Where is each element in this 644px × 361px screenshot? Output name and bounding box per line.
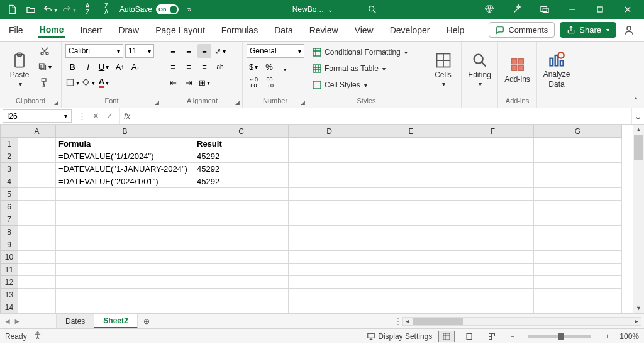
tab-file[interactable]: File [8,23,25,38]
cell-D1[interactable] [289,138,370,150]
tab-page-layout[interactable]: Page Layout [154,23,206,38]
cell-C3[interactable]: 45292 [194,163,289,175]
row-header-9[interactable]: 9 [1,238,18,251]
cell-E10[interactable] [370,251,452,264]
italic-button[interactable]: I [81,60,95,74]
row-header-3[interactable]: 3 [1,163,18,175]
sort-asc-icon[interactable]: AZ [79,0,96,19]
cell-E12[interactable] [370,276,452,289]
cell-D11[interactable] [289,264,370,276]
maximize-button[interactable] [586,0,614,19]
cell-G14[interactable] [534,301,622,314]
new-doc-icon[interactable] [4,0,20,19]
normal-view-button[interactable] [438,331,455,342]
spreadsheet-grid[interactable]: ABCDEFG1FormulaResult2=DATEVALUE("1/1/20… [0,125,644,313]
cell-F12[interactable] [452,276,534,289]
font-dialog-launcher[interactable]: ◢ [155,99,159,106]
cell-D12[interactable] [289,276,370,289]
sheet-nav-arrows[interactable]: ◄ ► [0,314,25,328]
sheet-tab-dates[interactable]: Dates [57,314,94,328]
cell-A3[interactable] [18,163,56,175]
cell-F6[interactable] [452,201,534,213]
cell-C5[interactable] [194,188,289,201]
cell-F11[interactable] [452,264,534,276]
row-header-13[interactable]: 13 [1,289,18,301]
cell-B13[interactable] [56,289,194,301]
increase-indent-button[interactable]: ⇥ [182,75,196,89]
cell-A12[interactable] [18,276,56,289]
collapse-ribbon-button[interactable]: ⌃ [633,96,639,105]
cell-A2[interactable] [18,150,56,163]
display-settings-button[interactable]: Display Settings [367,332,432,341]
border-button[interactable]: ▾ [65,75,79,89]
cell-A11[interactable] [18,264,56,276]
cell-C12[interactable] [194,276,289,289]
font-color-button[interactable]: A▾ [97,75,111,89]
col-header-B[interactable]: B [56,125,194,138]
cell-F10[interactable] [452,251,534,264]
page-layout-view-button[interactable] [461,331,477,342]
cell-G4[interactable] [534,175,622,188]
cell-D8[interactable] [289,226,370,238]
alignment-dialog-launcher[interactable]: ◢ [235,99,240,106]
cell-D14[interactable] [289,301,370,314]
col-header-F[interactable]: F [452,125,534,138]
cell-E11[interactable] [370,264,452,276]
cell-F7[interactable] [452,213,534,226]
cell-B10[interactable] [56,251,194,264]
cell-F4[interactable] [452,175,534,188]
cell-E3[interactable] [370,163,452,175]
tab-draw[interactable]: Draw [117,23,140,38]
tab-insert[interactable]: Insert [79,23,103,38]
wand-icon[interactable] [503,0,531,19]
cell-A10[interactable] [18,251,56,264]
cell-C11[interactable] [194,264,289,276]
cell-E8[interactable] [370,226,452,238]
align-middle-button[interactable]: ≡ [182,44,196,58]
cell-A14[interactable] [18,301,56,314]
cell-E14[interactable] [370,301,452,314]
minimize-button[interactable] [558,0,586,19]
cell-D13[interactable] [289,289,370,301]
cell-G2[interactable] [534,150,622,163]
tab-review[interactable]: Review [308,23,340,38]
cell-B12[interactable] [56,276,194,289]
merge-button[interactable]: ⊞▾ [197,75,211,89]
col-header-C[interactable]: C [194,125,289,138]
cell-G9[interactable] [534,238,622,251]
window-switch-icon[interactable] [531,0,558,19]
row-header-2[interactable]: 2 [1,150,18,163]
cell-B8[interactable] [56,226,194,238]
col-header-A[interactable]: A [18,125,56,138]
number-dialog-launcher[interactable]: ◢ [301,99,305,106]
cell-F14[interactable] [452,301,534,314]
autosave-toggle[interactable]: AutoSave On [119,4,179,14]
row-header-7[interactable]: 7 [1,213,18,226]
cell-A8[interactable] [18,226,56,238]
fbar-dropdown[interactable]: ⋮ [75,109,88,123]
underline-button[interactable]: U▾ [97,60,111,74]
cell-E7[interactable] [370,213,452,226]
tab-help[interactable]: Help [445,23,466,38]
cell-E9[interactable] [370,238,452,251]
cell-C8[interactable] [194,226,289,238]
align-right-button[interactable]: ≡ [197,60,211,74]
paste-button[interactable]: Paste ▾ [4,44,35,95]
align-center-button[interactable]: ≡ [182,60,196,74]
cell-G10[interactable] [534,251,622,264]
col-header-D[interactable]: D [289,125,370,138]
cell-G5[interactable] [534,188,622,201]
cell-B3[interactable]: =DATEVALUE("1-JANUARY-2024") [56,163,194,175]
enter-formula-button[interactable]: ✓ [103,109,116,123]
cell-A1[interactable] [18,138,56,150]
cell-A6[interactable] [18,201,56,213]
qat-overflow[interactable]: » [181,0,197,19]
clipboard-dialog-launcher[interactable]: ◢ [54,99,58,106]
cell-F2[interactable] [452,150,534,163]
col-header-E[interactable]: E [370,125,452,138]
tab-formulas[interactable]: Formulas [220,23,259,38]
fx-icon[interactable]: fx [120,108,134,124]
tab-data[interactable]: Data [273,23,294,38]
cell-C9[interactable] [194,238,289,251]
cell-E4[interactable] [370,175,452,188]
